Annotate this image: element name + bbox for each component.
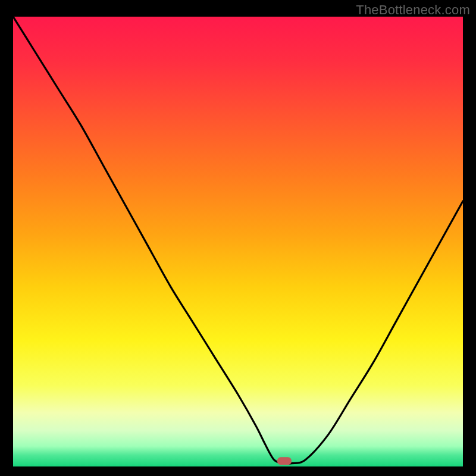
chart-frame: TheBottleneck.com (0, 0, 476, 476)
bottleneck-plot (13, 17, 463, 466)
plot-svg (13, 17, 463, 466)
optimal-point-marker (277, 457, 292, 465)
gradient-background (13, 17, 463, 466)
attribution-label: TheBottleneck.com (356, 2, 470, 18)
